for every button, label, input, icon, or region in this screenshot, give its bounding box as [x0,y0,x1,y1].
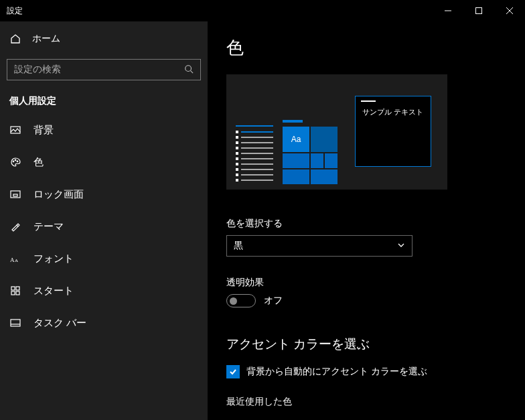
svg-rect-17 [16,291,19,295]
color-mode-select[interactable]: 黒 [226,235,412,257]
recent-colors-label: 最近使用した色 [226,396,506,408]
sidebar-item-label: フォント [33,253,74,265]
transparency-toggle[interactable] [226,294,256,307]
sidebar-item-label: タスク バー [33,317,86,330]
sidebar-item-label: 背景 [33,124,54,137]
main-content: 色 Aa [208,21,525,420]
chevron-down-icon [397,240,405,251]
sidebar-item-background[interactable]: 背景 [0,114,208,146]
sidebar-item-label: 色 [33,156,44,169]
svg-point-4 [185,65,192,71]
accent-heading: アクセント カラーを選ぶ [226,336,506,353]
svg-rect-18 [11,320,20,326]
lockscreen-icon [9,189,21,200]
auto-accent-checkbox[interactable] [226,365,240,378]
svg-rect-14 [11,287,15,290]
transparency-label: 透明効果 [226,277,506,289]
sidebar-item-label: スタート [33,285,74,297]
sidebar-item-label: ロック画面 [33,188,84,201]
theme-icon [9,221,21,232]
sidebar-item-colors[interactable]: 色 [0,146,208,178]
svg-rect-15 [16,287,19,290]
choose-color-label: 色を選択する [226,218,506,230]
svg-point-9 [17,161,18,162]
close-button[interactable] [494,0,525,21]
sidebar-item-taskbar[interactable]: タスク バー [0,307,208,339]
sidebar-item-lockscreen[interactable]: ロック画面 [0,178,208,210]
preview-window: サンプル テキスト [355,96,431,167]
sidebar-item-start[interactable]: スタート [0,275,208,307]
palette-icon [9,157,21,167]
svg-rect-1 [476,8,482,14]
preview-start-list [236,125,273,188]
window-controls [433,0,525,21]
preview-aa-tile: Aa [283,127,309,152]
minimize-button[interactable] [433,0,463,21]
svg-point-7 [13,161,14,162]
sidebar-item-themes[interactable]: テーマ [0,210,208,242]
taskbar-icon [9,318,21,328]
home-label: ホーム [32,33,60,45]
auto-accent-label: 背景から自動的にアクセント カラーを選ぶ [246,366,427,378]
sidebar: ホーム 設定の検索 個人用設定 背景 [0,21,208,420]
home-nav[interactable]: ホーム [0,24,208,54]
transparency-value: オフ [264,295,283,307]
page-title: 色 [226,36,506,60]
preview-sample-text: サンプル テキスト [362,107,423,117]
font-icon: A A [9,254,21,263]
search-placeholder: 設定の検索 [14,64,61,76]
search-icon [184,64,194,76]
svg-text:A: A [15,258,18,263]
start-icon [9,285,21,296]
home-icon [9,33,21,44]
category-header: 個人用設定 [0,86,208,114]
svg-rect-16 [11,291,15,295]
color-mode-value: 黒 [234,240,243,252]
preview-start-tiles: Aa [283,120,338,188]
color-preview: Aa サンプル テキスト [226,74,447,190]
search-input[interactable]: 設定の検索 [7,59,201,80]
title-bar: 設定 [0,0,525,21]
sidebar-item-fonts[interactable]: A A フォント [0,242,208,275]
svg-text:A: A [10,257,15,263]
app-title: 設定 [7,5,23,17]
svg-line-5 [191,70,194,73]
svg-rect-11 [13,194,17,196]
svg-point-8 [15,159,16,161]
maximize-button[interactable] [463,0,494,21]
picture-icon [9,125,21,135]
sidebar-item-label: テーマ [33,220,64,233]
